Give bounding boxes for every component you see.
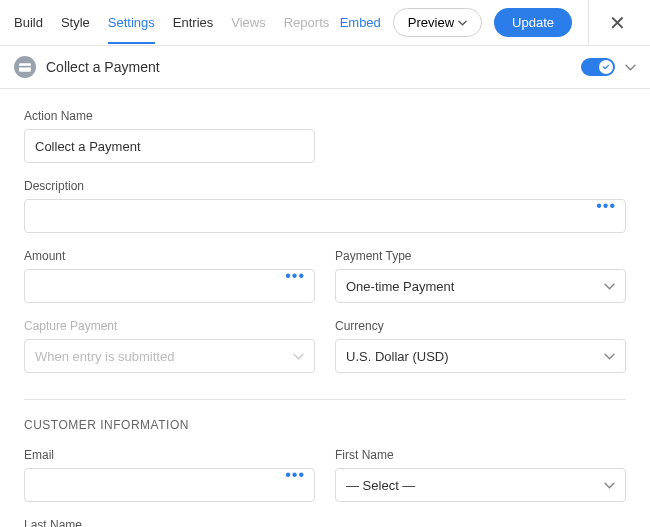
tab-views[interactable]: Views: [231, 1, 265, 44]
chevron-down-icon: [604, 353, 615, 360]
svg-rect-1: [19, 65, 31, 67]
chevron-down-icon: [604, 283, 615, 290]
first-name-label: First Name: [335, 448, 626, 462]
section-heading-customer: CUSTOMER INFORMATION: [24, 418, 626, 432]
chevron-down-icon: [604, 482, 615, 489]
tab-build[interactable]: Build: [14, 1, 43, 44]
currency-select[interactable]: U.S. Dollar (USD): [335, 339, 626, 373]
chevron-down-icon: [458, 20, 467, 26]
email-input[interactable]: [24, 468, 315, 502]
description-input[interactable]: [24, 199, 626, 233]
tab-reports[interactable]: Reports: [284, 1, 330, 44]
capture-payment-value: When entry is submitted: [35, 349, 174, 364]
tab-style[interactable]: Style: [61, 1, 90, 44]
chevron-down-icon: [293, 353, 304, 360]
preview-button[interactable]: Preview: [393, 8, 482, 37]
more-options-icon[interactable]: •••: [596, 197, 616, 215]
preview-label: Preview: [408, 15, 454, 30]
chevron-down-icon[interactable]: [625, 64, 636, 71]
tab-entries[interactable]: Entries: [173, 1, 213, 44]
description-label: Description: [24, 179, 626, 193]
more-options-icon[interactable]: •••: [285, 466, 305, 484]
payment-type-select[interactable]: One-time Payment: [335, 269, 626, 303]
credit-card-icon: [14, 56, 36, 78]
update-button[interactable]: Update: [494, 8, 572, 37]
email-label: Email: [24, 448, 315, 462]
payment-type-value: One-time Payment: [346, 279, 454, 294]
divider: [588, 0, 589, 46]
amount-input[interactable]: [24, 269, 315, 303]
embed-link[interactable]: Embed: [340, 15, 381, 30]
action-name-label: Action Name: [24, 109, 315, 123]
top-right-controls: Embed Preview Update ✕: [340, 0, 636, 46]
panel-header: Collect a Payment: [0, 46, 650, 89]
currency-label: Currency: [335, 319, 626, 333]
amount-label: Amount: [24, 249, 315, 263]
payment-type-label: Payment Type: [335, 249, 626, 263]
toggle-knob: [599, 60, 613, 74]
action-name-input[interactable]: [24, 129, 315, 163]
panel-body: Action Name Description ••• Amount ••• P…: [0, 89, 650, 527]
capture-payment-label: Capture Payment: [24, 319, 315, 333]
capture-payment-select: When entry is submitted: [24, 339, 315, 373]
close-icon[interactable]: ✕: [609, 13, 626, 33]
tabs: Build Style Settings Entries Views Repor…: [14, 1, 329, 44]
first-name-value: — Select —: [346, 478, 415, 493]
last-name-label: Last Name: [24, 518, 315, 527]
section-divider: [24, 399, 626, 400]
more-options-icon[interactable]: •••: [285, 267, 305, 285]
panel-title: Collect a Payment: [46, 59, 571, 75]
first-name-select[interactable]: — Select —: [335, 468, 626, 502]
tab-settings[interactable]: Settings: [108, 1, 155, 44]
currency-value: U.S. Dollar (USD): [346, 349, 449, 364]
toggle-switch[interactable]: [581, 58, 615, 76]
top-nav: Build Style Settings Entries Views Repor…: [0, 0, 650, 46]
